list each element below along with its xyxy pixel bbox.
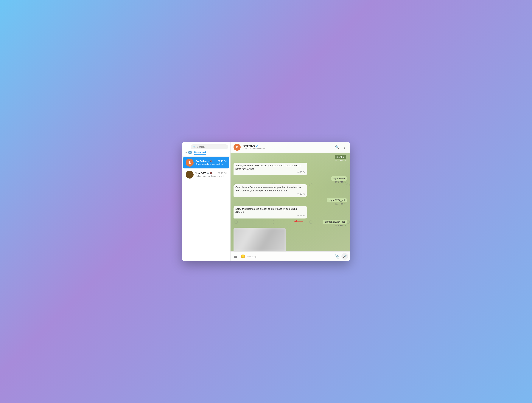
chat-header-actions: 🔍 ⋮ — [334, 144, 347, 150]
bubble-taken: Sorry, this username is already taken. P… — [234, 206, 307, 218]
chat-name-yourgpt: YourGPT 🤖 🔇 — [196, 172, 212, 175]
bubble-username-question: Good. Now let's choose a username for yo… — [234, 184, 307, 197]
message-input[interactable] — [247, 255, 332, 258]
bubble-name-question: Alright, a new bot. How are we going to … — [234, 163, 307, 175]
messages-container[interactable]: /newbot 06:13 PM ✓✓ Alright, a new bot. … — [231, 153, 350, 251]
emoji-button[interactable]: 😊 — [240, 253, 246, 259]
sigmaaaa-sent: sigmaaaa1234_bot — [323, 220, 347, 224]
tab-all[interactable]: All 21 — [185, 151, 192, 155]
sidebar-tabs: All 21 Download — [182, 151, 230, 156]
mic-button[interactable]: 🎤 — [342, 253, 348, 260]
sidebar-header: 🔍 — [182, 142, 230, 151]
sidebar: 🔍 All 21 Download B BotFather ✔ — [182, 142, 231, 261]
message-image: For a description of the Bot API, see th… — [234, 228, 347, 251]
search-icon: 🔍 — [193, 146, 196, 148]
attach-button[interactable]: 📎 — [334, 253, 340, 259]
search-box[interactable]: 🔍 — [190, 144, 228, 149]
avatar-yourgpt — [186, 171, 194, 179]
more-options-button[interactable]: ⋮ — [342, 144, 347, 150]
search-chat-button[interactable]: 🔍 — [334, 144, 340, 150]
avatar-botfather: B — [186, 159, 194, 166]
chat-time: 02:48 PM — [218, 160, 227, 162]
mute-icon-yourgpt: 🔇 — [210, 172, 212, 174]
chat-header-info: BotFather ✔ 2 479 100 monthly users — [243, 145, 332, 150]
chat-header-avatar: B — [234, 144, 241, 151]
chat-header-status: 2 479 100 monthly users — [243, 147, 332, 150]
chat-info-botfather: BotFather ✔ 🔇 02:48 PM Privacy mode is e… — [196, 160, 227, 166]
chat-preview: Privacy mode is enabled for YourGPT 🤖 @M… — [196, 163, 227, 166]
verified-icon: ✔ — [208, 160, 209, 162]
chat-area: B BotFather ✔ 2 479 100 monthly users 🔍 … — [231, 142, 350, 261]
message-name-question: Alright, a new bot. How are we going to … — [234, 163, 347, 175]
blurred-image — [234, 228, 286, 251]
chat-item-botfather[interactable]: B BotFather ✔ 🔇 02:48 PM Privacy mode is… — [183, 157, 229, 168]
input-bar: ☰ 😊 📎 🎤 — [231, 251, 350, 261]
tab-all-label: All — [185, 151, 187, 154]
newbot-command: /newbot — [335, 155, 346, 159]
chat-header-name: BotFather ✔ — [243, 145, 332, 147]
chat-name: BotFather ✔ 🔇 — [196, 160, 213, 163]
tab-download[interactable]: Download — [194, 151, 206, 155]
mute-icon: 🔇 — [210, 160, 213, 162]
search-input[interactable] — [197, 146, 226, 148]
hamburger-icon[interactable] — [184, 145, 189, 149]
message-taken: Sorry, this username is already taken. P… — [234, 206, 347, 218]
message-sigmaaaa: sigmaaaa1234_bot 06:14 PM ✓✓ — [234, 220, 347, 227]
chat-preview-yourgpt: Hello! How can I assist you today? — [196, 175, 227, 178]
sigma-male-sent: SigmaMale — [331, 176, 347, 181]
header-verified-icon: ✔ — [256, 145, 258, 147]
image-bubble: For a description of the Bot API, see th… — [234, 228, 286, 251]
sticker-button[interactable]: ☰ — [232, 253, 238, 259]
tab-all-badge: 21 — [188, 151, 192, 154]
bubble-time-3: 06:13 PM — [235, 214, 305, 217]
chat-info-yourgpt: YourGPT 🤖 🔇 02:46 PM Hello! How can I as… — [196, 172, 227, 178]
bubble-time-2: 06:13 PM — [235, 193, 305, 195]
chat-time-yourgpt: 02:46 PM — [218, 172, 227, 174]
app-window: 🔍 All 21 Download B BotFather ✔ — [182, 142, 350, 261]
message-sigmamale: SigmaMale 06:13 PM ✓✓ — [234, 176, 347, 183]
sigma1234-sent: sigma1234_bot — [327, 198, 347, 202]
chat-name-row: BotFather ✔ 🔇 02:48 PM — [196, 160, 227, 163]
message-sigma1234: sigma1234_bot 06:13 PM ✓✓ — [234, 198, 347, 205]
message-username-question: Good. Now let's choose a username for yo… — [234, 184, 347, 197]
bubble-time: 06:13 PM — [235, 171, 305, 174]
chat-item-yourgpt[interactable]: YourGPT 🤖 🔇 02:46 PM Hello! How can I as… — [183, 169, 229, 180]
chat-name-row-2: YourGPT 🤖 🔇 02:46 PM — [196, 172, 227, 175]
chat-list: B BotFather ✔ 🔇 02:48 PM Privacy mode is… — [182, 156, 230, 261]
chat-header: B BotFather ✔ 2 479 100 monthly users 🔍 … — [231, 142, 350, 153]
message-newbot: /newbot 06:13 PM ✓✓ — [234, 155, 347, 161]
